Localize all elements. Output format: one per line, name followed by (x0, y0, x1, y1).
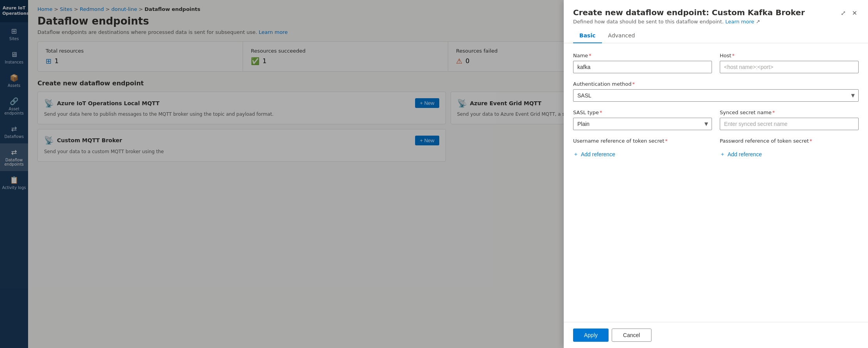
auth-method-select[interactable]: SASL (573, 89, 859, 102)
plus-icon: ＋ (573, 151, 579, 158)
overlay: Create new dataflow endpoint: Custom Kaf… (0, 0, 868, 348)
close-button[interactable]: ✕ (850, 8, 859, 18)
panel-footer: Apply Cancel (564, 322, 868, 348)
name-label: Name* (573, 53, 712, 58)
panel-actions: ⤢ ✕ (839, 8, 859, 18)
plus-icon: ＋ (720, 151, 725, 158)
panel-title-section: Create new dataflow endpoint: Custom Kaf… (573, 8, 805, 25)
tab-advanced[interactable]: Advanced (602, 29, 641, 43)
tab-basic[interactable]: Basic (573, 29, 602, 43)
cancel-button[interactable]: Cancel (612, 329, 651, 342)
sasl-type-select-wrapper: Plain ▼ (573, 118, 712, 130)
panel-learn-more[interactable]: Learn more (725, 19, 754, 25)
add-password-reference-button[interactable]: ＋ Add reference (720, 149, 859, 159)
form-row-auth: Authentication method* SASL ▼ (573, 81, 859, 102)
form-group-username-ref: Username reference of token secret* ＋ Ad… (573, 138, 712, 159)
apply-button[interactable]: Apply (573, 329, 609, 342)
create-panel: Create new dataflow endpoint: Custom Kaf… (564, 0, 868, 348)
name-input[interactable] (573, 61, 712, 73)
panel-tabs: Basic Advanced (573, 29, 859, 43)
form-row-sasl: SASL type* Plain ▼ Synced secret name* (573, 110, 859, 130)
sasl-type-label: SASL type* (573, 110, 712, 115)
panel-body: Name* Host* Authentication method* (564, 43, 868, 322)
password-ref-label: Password reference of token secret* (720, 138, 859, 144)
form-group-auth-method: Authentication method* SASL ▼ (573, 81, 859, 102)
form-group-synced-secret: Synced secret name* (720, 110, 859, 130)
form-group-sasl-type: SASL type* Plain ▼ (573, 110, 712, 130)
panel-header: Create new dataflow endpoint: Custom Kaf… (564, 0, 868, 43)
auth-method-label: Authentication method* (573, 81, 859, 87)
panel-subtitle: Defined how data should be sent to this … (573, 19, 805, 25)
panel-title: Create new dataflow endpoint: Custom Kaf… (573, 8, 805, 17)
host-label: Host* (720, 53, 859, 58)
host-input[interactable] (720, 61, 859, 73)
add-username-reference-button[interactable]: ＋ Add reference (573, 149, 712, 159)
form-row-name-host: Name* Host* (573, 53, 859, 73)
synced-secret-input[interactable] (720, 118, 859, 130)
form-group-name: Name* (573, 53, 712, 73)
username-ref-label: Username reference of token secret* (573, 138, 712, 144)
form-group-host: Host* (720, 53, 859, 73)
form-group-password-ref: Password reference of token secret* ＋ Ad… (720, 138, 859, 159)
sasl-type-select[interactable]: Plain (573, 118, 712, 130)
auth-method-select-wrapper: SASL ▼ (573, 89, 859, 102)
expand-button[interactable]: ⤢ (839, 8, 847, 18)
synced-secret-label: Synced secret name* (720, 110, 859, 115)
form-row-references: Username reference of token secret* ＋ Ad… (573, 138, 859, 159)
panel-title-row: Create new dataflow endpoint: Custom Kaf… (573, 8, 859, 25)
